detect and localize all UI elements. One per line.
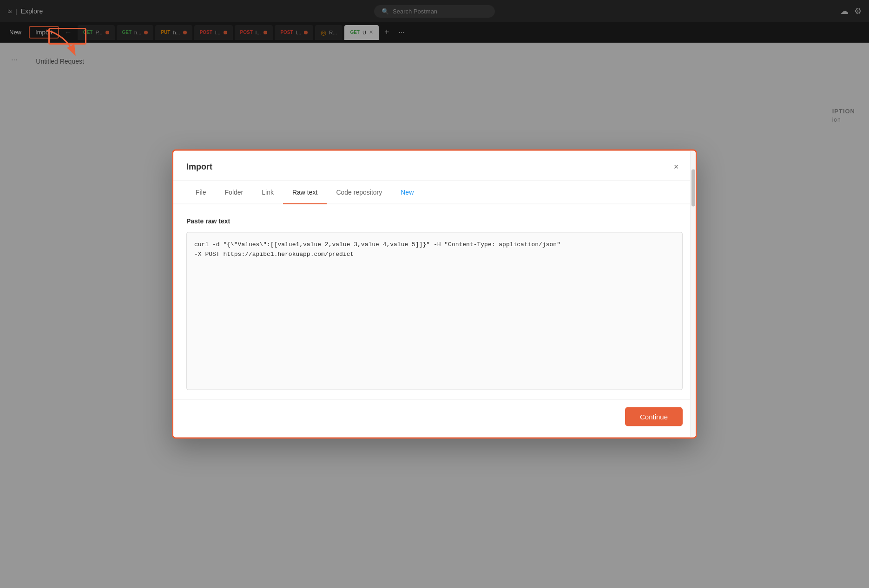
raw-text-input[interactable] bbox=[187, 233, 682, 390]
tab-new[interactable]: New bbox=[391, 181, 423, 204]
tab-folder[interactable]: Folder bbox=[216, 181, 253, 204]
tab-file[interactable]: File bbox=[186, 181, 216, 204]
continue-button[interactable]: Continue bbox=[625, 407, 683, 426]
modal-title: Import bbox=[186, 162, 212, 171]
modal-footer: Continue bbox=[173, 399, 696, 438]
tab-code-repository[interactable]: Code repository bbox=[327, 181, 391, 204]
import-modal: Import × File Folder Link Raw text Code … bbox=[172, 150, 697, 439]
tab-raw-text[interactable]: Raw text bbox=[283, 181, 327, 204]
modal-close-button[interactable]: × bbox=[670, 160, 683, 173]
textarea-container bbox=[186, 232, 683, 390]
modal-scrollbar-thumb bbox=[691, 170, 695, 207]
paste-label: Paste raw text bbox=[186, 217, 683, 225]
tab-link[interactable]: Link bbox=[252, 181, 283, 204]
modal-container: Import × File Folder Link Raw text Code … bbox=[172, 150, 697, 439]
modal-body: Paste raw text bbox=[173, 204, 696, 399]
modal-tabs: File Folder Link Raw text Code repositor… bbox=[173, 181, 696, 204]
modal-header: Import × bbox=[173, 151, 696, 181]
modal-scrollbar[interactable] bbox=[690, 151, 696, 438]
